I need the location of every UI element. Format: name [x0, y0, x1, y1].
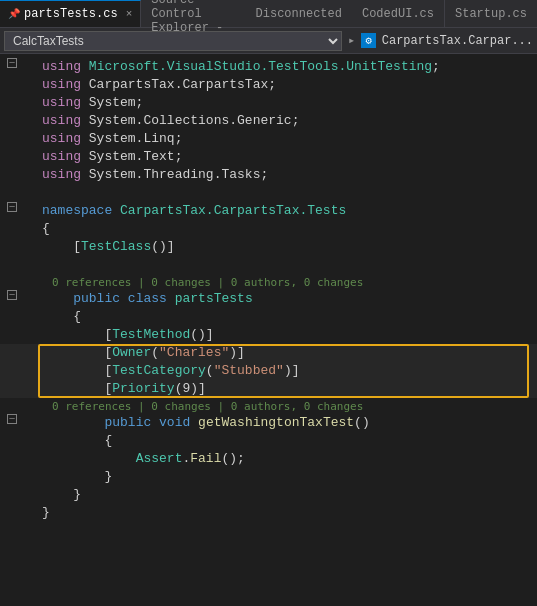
- code-line-1: using Microsoft.VisualStudio.TestTools.U…: [38, 58, 537, 76]
- line-3: using System;: [0, 94, 537, 112]
- pin-icon: 📌: [8, 8, 20, 20]
- code-line-4: using System.Collections.Generic;: [38, 112, 537, 130]
- close-icon[interactable]: ×: [126, 8, 133, 20]
- collapse-gutter-method[interactable]: −: [0, 414, 24, 424]
- code-line-testclass: [TestClass()]: [38, 238, 537, 256]
- code-line-brace3: {: [38, 432, 537, 450]
- collapse-gutter-class[interactable]: −: [0, 290, 24, 300]
- line-brace1: {: [0, 220, 537, 238]
- line-owner: [Owner("Charles")]: [0, 344, 537, 362]
- line-brace4: }: [0, 468, 537, 486]
- tab-source-control[interactable]: Source Control Explorer - Source Control…: [141, 0, 352, 27]
- line-5: using System.Linq;: [0, 130, 537, 148]
- code-line-7: using System.Threading.Tasks;: [38, 166, 537, 184]
- line-priority: [Priority(9)]: [0, 380, 537, 398]
- breadcrumb-icon: ⚙: [361, 33, 376, 48]
- code-line-class: public class partsTests: [38, 290, 537, 308]
- highlighted-block-wrapper: [Owner("Charles")] [TestCategory("Stubbe…: [0, 344, 537, 398]
- line-4: using System.Collections.Generic;: [0, 112, 537, 130]
- code-line-5: using System.Linq;: [38, 130, 537, 148]
- tab-label: partsTests.cs: [24, 7, 118, 21]
- code-line-brace6: }: [38, 504, 537, 522]
- code-line-testmethod: [TestMethod()]: [38, 326, 537, 344]
- nav-separator: ▸: [344, 33, 359, 48]
- line-brace2: {: [0, 308, 537, 326]
- code-line-method: public void getWashingtonTaxTest(): [38, 414, 537, 432]
- code-line-brace5: }: [38, 486, 537, 504]
- code-line-priority: [Priority(9)]: [38, 380, 537, 398]
- tab-parts-tests[interactable]: 📌 partsTests.cs ×: [0, 0, 141, 27]
- line-assert: Assert.Fail();: [0, 450, 537, 468]
- line-class: − public class partsTests: [0, 290, 537, 308]
- collapse-gutter-1[interactable]: −: [0, 58, 24, 68]
- breadcrumb-text: CarpartsTax.Carpar...: [382, 34, 533, 48]
- line-method: − public void getWashingtonTaxTest(): [0, 414, 537, 432]
- code-line-assert: Assert.Fail();: [38, 450, 537, 468]
- disconnected-text: Disconnected: [256, 7, 342, 21]
- code-line-3: using System;: [38, 94, 537, 112]
- line-7: using System.Threading.Tasks;: [0, 166, 537, 184]
- class-dropdown[interactable]: CalcTaxTests: [4, 31, 342, 51]
- code-line-owner: [Owner("Charles")]: [38, 344, 537, 362]
- line-brace6: }: [0, 504, 537, 522]
- breadcrumb: ⚙ CarpartsTax.Carpar...: [361, 33, 533, 48]
- code-line-brace1: {: [38, 220, 537, 238]
- code-editor[interactable]: − using Microsoft.VisualStudio.TestTools…: [0, 54, 537, 526]
- editor-wrapper: − using Microsoft.VisualStudio.TestTools…: [0, 54, 537, 526]
- line-testmethod: [TestMethod()]: [0, 326, 537, 344]
- code-line-testcategory: [TestCategory("Stubbed")]: [38, 362, 537, 380]
- ref-line-1: 0 references | 0 changes | 0 authors, 0 …: [0, 274, 537, 290]
- line-testcategory: [TestCategory("Stubbed")]: [0, 362, 537, 380]
- tab-source-control-label: Source Control Explorer -: [151, 0, 251, 35]
- line-brace3: {: [0, 432, 537, 450]
- tab-coded-ui[interactable]: CodedUI.cs: [352, 0, 445, 27]
- code-line-6: using System.Text;: [38, 148, 537, 166]
- tab-bar: 📌 partsTests.cs × Source Control Explore…: [0, 0, 537, 28]
- code-line-2: using CarpartsTax.CarpartsTax;: [38, 76, 537, 94]
- line-1: − using Microsoft.VisualStudio.TestTools…: [0, 58, 537, 76]
- line-namespace: − namespace CarpartsTax.CarpartsTax.Test…: [0, 202, 537, 220]
- ref-line-2: 0 references | 0 changes | 0 authors, 0 …: [0, 398, 537, 414]
- line-6: using System.Text;: [0, 148, 537, 166]
- nav-bar: CalcTaxTests ▸ ⚙ CarpartsTax.Carpar...: [0, 28, 537, 54]
- collapse-gutter-ns[interactable]: −: [0, 202, 24, 212]
- line-brace5: }: [0, 486, 537, 504]
- code-line-brace4: }: [38, 468, 537, 486]
- tab-startup[interactable]: Startup.cs: [445, 0, 537, 27]
- ref-text-1: 0 references | 0 changes | 0 authors, 0 …: [52, 276, 363, 289]
- tab-startup-label: Startup.cs: [455, 7, 527, 21]
- tab-coded-ui-label: CodedUI.cs: [362, 7, 434, 21]
- line-spacer2: [0, 256, 537, 274]
- code-line-brace2: {: [38, 308, 537, 326]
- code-line-namespace: namespace CarpartsTax.CarpartsTax.Tests: [38, 202, 537, 220]
- line-2: using CarpartsTax.CarpartsTax;: [0, 76, 537, 94]
- ref-text-2: 0 references | 0 changes | 0 authors, 0 …: [52, 400, 363, 413]
- line-spacer1: [0, 184, 537, 202]
- line-testclass: [TestClass()]: [0, 238, 537, 256]
